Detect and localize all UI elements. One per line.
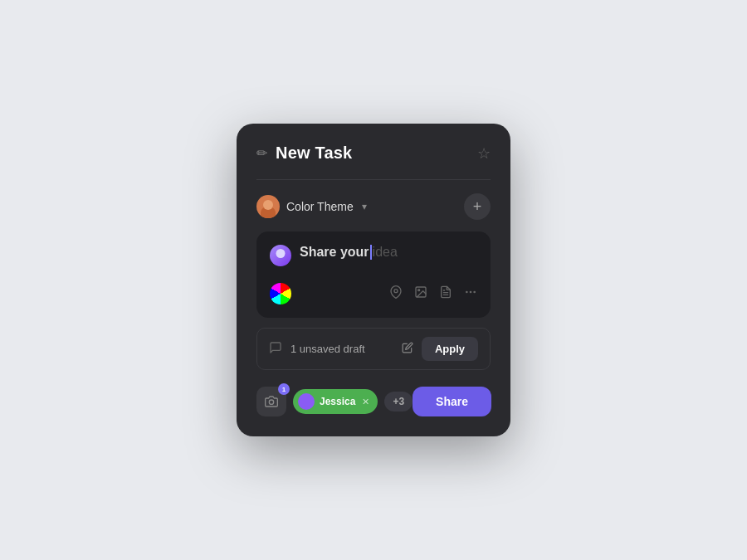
color-theme-label: Color Theme bbox=[286, 200, 354, 213]
camera-badge: 1 bbox=[278, 383, 290, 395]
color-wheel-icon[interactable] bbox=[270, 283, 291, 304]
star-icon[interactable]: ☆ bbox=[477, 144, 491, 163]
pencil-icon: ✏ bbox=[256, 145, 267, 161]
location-icon[interactable] bbox=[389, 285, 403, 302]
svg-point-0 bbox=[394, 290, 398, 293]
comment-placeholder-dim: idea bbox=[373, 245, 398, 260]
svg-point-6 bbox=[470, 291, 472, 294]
card-title: New Task bbox=[276, 144, 352, 163]
more-count-badge[interactable]: +3 bbox=[384, 392, 413, 411]
draft-row: 1 unsaved draft Apply bbox=[256, 328, 491, 370]
assignee-name: Jessica bbox=[320, 396, 355, 407]
comment-input-row[interactable]: Share your idea bbox=[270, 245, 477, 266]
comment-placeholder-bold: Share your bbox=[300, 245, 369, 260]
color-theme-left[interactable]: Color Theme ▾ bbox=[256, 195, 367, 218]
svg-point-8 bbox=[269, 400, 273, 404]
header-divider bbox=[256, 179, 491, 180]
file-icon[interactable] bbox=[439, 285, 452, 302]
text-cursor bbox=[370, 245, 372, 260]
jessica-avatar bbox=[298, 393, 315, 410]
draft-icon bbox=[269, 341, 282, 358]
share-button[interactable]: Share bbox=[413, 387, 491, 416]
draft-text: 1 unsaved draft bbox=[290, 343, 365, 355]
assignee-chip[interactable]: Jessica ✕ bbox=[293, 389, 378, 414]
svg-point-5 bbox=[466, 291, 468, 294]
comment-box: Share your idea bbox=[256, 231, 491, 318]
comment-toolbar bbox=[270, 283, 477, 304]
svg-point-2 bbox=[418, 290, 420, 291]
image-icon[interactable] bbox=[414, 285, 427, 302]
card-header: ✏ New Task ☆ bbox=[256, 144, 491, 163]
add-button[interactable]: + bbox=[464, 193, 491, 220]
task-card: ✏ New Task ☆ Color Theme ▾ + Share your … bbox=[237, 124, 510, 436]
card-footer: 1 Jessica ✕ +3 Share bbox=[256, 387, 491, 416]
comment-icons bbox=[389, 285, 477, 302]
chevron-down-icon: ▾ bbox=[362, 201, 367, 212]
remove-assignee-icon[interactable]: ✕ bbox=[362, 397, 369, 407]
comment-text-area: Share your idea bbox=[300, 245, 477, 260]
color-theme-row: Color Theme ▾ + bbox=[256, 193, 491, 220]
svg-point-7 bbox=[473, 291, 476, 294]
camera-button[interactable]: 1 bbox=[256, 387, 286, 416]
draft-edit-icon[interactable] bbox=[402, 342, 413, 356]
apply-button[interactable]: Apply bbox=[422, 337, 478, 361]
draft-left: 1 unsaved draft bbox=[269, 341, 365, 358]
comment-user-avatar bbox=[270, 245, 291, 266]
user-avatar bbox=[256, 195, 280, 218]
title-group: ✏ New Task bbox=[256, 144, 352, 163]
footer-left: 1 Jessica ✕ +3 bbox=[256, 387, 413, 416]
more-icon[interactable] bbox=[464, 285, 477, 302]
